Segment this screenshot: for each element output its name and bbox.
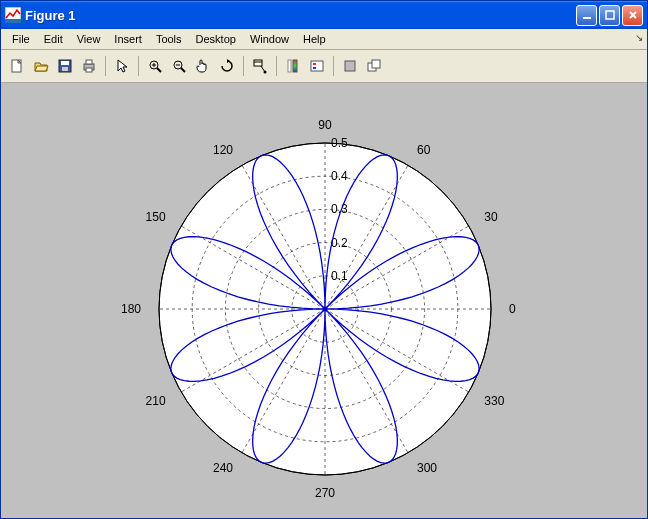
menu-bar: File Edit View Insert Tools Desktop Wind… [1, 29, 647, 50]
svg-rect-26 [345, 61, 355, 71]
svg-text:180: 180 [121, 302, 141, 316]
colorbar-icon[interactable] [282, 55, 304, 77]
svg-rect-21 [288, 60, 291, 72]
plot-area[interactable]: 03060901201501802102402703003300.10.20.3… [1, 83, 647, 518]
svg-text:270: 270 [315, 486, 335, 500]
app-icon [5, 7, 21, 23]
svg-text:150: 150 [146, 210, 166, 224]
menu-help[interactable]: Help [296, 32, 333, 46]
zoom-in-icon[interactable] [144, 55, 166, 77]
pan-icon[interactable] [192, 55, 214, 77]
window-buttons [576, 5, 643, 26]
figure-window: Figure 1 File Edit View Insert Tools Des… [0, 0, 648, 519]
dock-icon[interactable] [339, 55, 361, 77]
svg-rect-3 [606, 11, 614, 19]
menu-file[interactable]: File [5, 32, 37, 46]
legend-icon[interactable] [306, 55, 328, 77]
svg-text:120: 120 [213, 143, 233, 157]
svg-text:30: 30 [484, 210, 498, 224]
svg-rect-2 [583, 17, 591, 19]
close-button[interactable] [622, 5, 643, 26]
new-icon[interactable] [6, 55, 28, 77]
svg-rect-9 [86, 60, 92, 64]
window-title: Figure 1 [25, 8, 576, 23]
zoom-out-icon[interactable] [168, 55, 190, 77]
menu-insert[interactable]: Insert [107, 32, 149, 46]
svg-text:0.5: 0.5 [331, 136, 348, 150]
minimize-button[interactable] [576, 5, 597, 26]
svg-rect-6 [61, 61, 69, 65]
svg-text:60: 60 [417, 143, 431, 157]
title-bar[interactable]: Figure 1 [1, 1, 647, 29]
svg-line-16 [181, 68, 185, 72]
svg-line-12 [157, 68, 161, 72]
svg-text:300: 300 [417, 461, 437, 475]
svg-rect-1 [5, 19, 21, 23]
rotate-icon[interactable] [216, 55, 238, 77]
menu-edit[interactable]: Edit [37, 32, 70, 46]
svg-text:0: 0 [509, 302, 516, 316]
menu-view[interactable]: View [70, 32, 108, 46]
svg-rect-18 [254, 60, 262, 66]
svg-text:90: 90 [318, 118, 332, 132]
svg-text:0.1: 0.1 [331, 269, 348, 283]
polar-chart: 03060901201501802102402703003300.10.20.3… [1, 83, 647, 518]
svg-text:240: 240 [213, 461, 233, 475]
svg-text:210: 210 [146, 394, 166, 408]
menu-window[interactable]: Window [243, 32, 296, 46]
data-cursor-icon[interactable] [249, 55, 271, 77]
menu-grip-icon[interactable]: ↘ [631, 32, 643, 46]
menu-tools[interactable]: Tools [149, 32, 189, 46]
svg-text:330: 330 [484, 394, 504, 408]
print-icon[interactable] [78, 55, 100, 77]
toolbar [1, 50, 647, 83]
save-icon[interactable] [54, 55, 76, 77]
svg-rect-23 [311, 61, 323, 71]
svg-rect-10 [86, 68, 92, 72]
maximize-button[interactable] [599, 5, 620, 26]
open-icon[interactable] [30, 55, 52, 77]
pointer-icon[interactable] [111, 55, 133, 77]
svg-point-20 [264, 71, 267, 74]
menu-desktop[interactable]: Desktop [189, 32, 243, 46]
svg-text:0.4: 0.4 [331, 169, 348, 183]
svg-rect-28 [372, 60, 380, 68]
undock-icon[interactable] [363, 55, 385, 77]
svg-rect-22 [293, 60, 297, 72]
svg-rect-7 [62, 67, 68, 71]
